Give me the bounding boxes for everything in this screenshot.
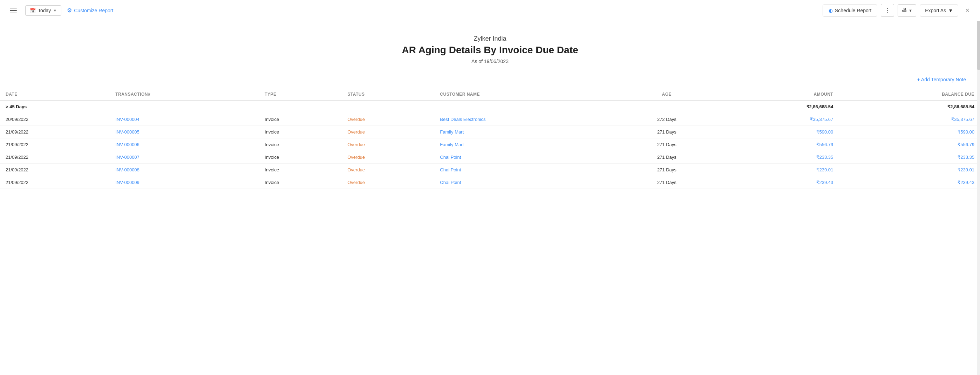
group-amount: ₹2,86,688.54	[716, 100, 839, 113]
cell-age: 271 Days	[617, 164, 716, 176]
group-label: > 45 Days	[0, 100, 716, 113]
cell-customer[interactable]: Family Mart	[434, 126, 617, 138]
schedule-report-label: Schedule Report	[835, 8, 871, 13]
col-date: DATE	[0, 88, 110, 100]
close-button[interactable]: ×	[962, 5, 973, 16]
print-chevron-icon: ▼	[908, 8, 912, 13]
print-button[interactable]: 🖶 ▼	[897, 4, 916, 17]
table-body: > 45 Days ₹2,86,688.54 ₹2,86,688.54 20/0…	[0, 100, 980, 189]
status-badge: Overdue	[347, 167, 365, 172]
cell-age: 271 Days	[617, 126, 716, 138]
scrollbar-track[interactable]	[977, 0, 980, 189]
cell-status: Overdue	[342, 151, 434, 164]
calendar-icon: 📅	[30, 8, 36, 13]
cell-transaction[interactable]: INV-000007	[110, 151, 259, 164]
table-header: DATE TRANSACTION# TYPE STATUS CUSTOMER N…	[0, 88, 980, 100]
add-note-label: + Add Temporary Note	[917, 77, 966, 83]
cell-customer[interactable]: Chai Point	[434, 164, 617, 176]
col-status: STATUS	[342, 88, 434, 100]
cell-balance-due: ₹233.35	[839, 151, 980, 164]
transaction-link[interactable]: INV-000008	[115, 167, 140, 172]
gear-icon: ⚙	[67, 7, 72, 14]
cell-transaction[interactable]: INV-000004	[110, 113, 259, 126]
amount-value: ₹233.35	[816, 154, 833, 160]
cell-customer[interactable]: Chai Point	[434, 176, 617, 189]
table-row: 21/09/2022 INV-000005 Invoice Overdue Fa…	[0, 126, 980, 138]
cell-amount: ₹35,375.67	[716, 113, 839, 126]
share-button[interactable]: ⋮	[881, 4, 894, 17]
cell-status: Overdue	[342, 176, 434, 189]
customer-link[interactable]: Best Deals Electronics	[440, 117, 485, 122]
cell-customer[interactable]: Family Mart	[434, 138, 617, 151]
cell-status: Overdue	[342, 138, 434, 151]
report-title: AR Aging Details By Invoice Due Date	[7, 44, 973, 56]
amount-value: ₹239.01	[816, 167, 833, 172]
cell-transaction[interactable]: INV-000005	[110, 126, 259, 138]
customer-link[interactable]: Family Mart	[440, 129, 464, 135]
cell-amount: ₹233.35	[716, 151, 839, 164]
cell-type: Invoice	[259, 176, 342, 189]
group-balance-due: ₹2,86,688.54	[839, 100, 980, 113]
customer-link[interactable]: Chai Point	[440, 167, 461, 172]
status-badge: Overdue	[347, 142, 365, 147]
amount-value: ₹556.79	[816, 142, 833, 147]
table-row: 20/09/2022 INV-000004 Invoice Overdue Be…	[0, 113, 980, 126]
status-badge: Overdue	[347, 129, 365, 135]
export-chevron-icon: ▼	[948, 8, 953, 13]
cell-transaction[interactable]: INV-000009	[110, 176, 259, 189]
balance-due-value: ₹556.79	[958, 142, 974, 147]
cell-amount: ₹239.01	[716, 164, 839, 176]
cell-amount: ₹590.00	[716, 126, 839, 138]
toolbar-right: ◐ Schedule Report ⋮ 🖶 ▼ Export As ▼ ×	[822, 4, 973, 17]
cell-balance-due: ₹239.01	[839, 164, 980, 176]
cell-age: 272 Days	[617, 113, 716, 126]
cell-age: 271 Days	[617, 176, 716, 189]
cell-type: Invoice	[259, 164, 342, 176]
cell-transaction[interactable]: INV-000006	[110, 138, 259, 151]
customer-link[interactable]: Family Mart	[440, 142, 464, 147]
transaction-link[interactable]: INV-000009	[115, 180, 140, 185]
printer-icon: 🖶	[902, 7, 907, 14]
status-badge: Overdue	[347, 180, 365, 185]
export-button[interactable]: Export As ▼	[920, 5, 958, 16]
clock-icon: ◐	[829, 8, 833, 13]
cell-customer[interactable]: Chai Point	[434, 151, 617, 164]
balance-due-value: ₹239.43	[958, 180, 974, 185]
report-header: Zylker India AR Aging Details By Invoice…	[0, 21, 980, 71]
cell-balance-due: ₹35,375.67	[839, 113, 980, 126]
transaction-link[interactable]: INV-000005	[115, 129, 140, 135]
transaction-link[interactable]: INV-000007	[115, 154, 140, 160]
transaction-link[interactable]: INV-000006	[115, 142, 140, 147]
chevron-down-icon: ▼	[53, 8, 57, 13]
customer-link[interactable]: Chai Point	[440, 180, 461, 185]
cell-status: Overdue	[342, 126, 434, 138]
cell-type: Invoice	[259, 151, 342, 164]
cell-transaction[interactable]: INV-000008	[110, 164, 259, 176]
cell-amount: ₹239.43	[716, 176, 839, 189]
schedule-report-button[interactable]: ◐ Schedule Report	[822, 5, 877, 16]
customer-link[interactable]: Chai Point	[440, 154, 461, 160]
table-row: 21/09/2022 INV-000008 Invoice Overdue Ch…	[0, 164, 980, 176]
cell-date: 21/09/2022	[0, 164, 110, 176]
close-icon: ×	[965, 6, 969, 14]
customize-report-link[interactable]: ⚙ Customize Report	[67, 7, 113, 14]
cell-date: 21/09/2022	[0, 126, 110, 138]
cell-status: Overdue	[342, 164, 434, 176]
menu-button[interactable]	[7, 4, 20, 17]
amount-value: ₹590.00	[816, 129, 833, 135]
transaction-link[interactable]: INV-000004	[115, 117, 140, 122]
report-as-of-date: As of 19/06/2023	[7, 59, 973, 64]
cell-customer[interactable]: Best Deals Electronics	[434, 113, 617, 126]
col-type: TYPE	[259, 88, 342, 100]
cell-type: Invoice	[259, 126, 342, 138]
cell-status: Overdue	[342, 113, 434, 126]
table-row: 21/09/2022 INV-000006 Invoice Overdue Fa…	[0, 138, 980, 151]
cell-amount: ₹556.79	[716, 138, 839, 151]
cell-balance-due: ₹239.43	[839, 176, 980, 189]
toolbar: 📅 Today ▼ ⚙ Customize Report ◐ Schedule …	[0, 0, 980, 21]
col-age: AGE	[617, 88, 716, 100]
cell-date: 20/09/2022	[0, 113, 110, 126]
date-selector[interactable]: 📅 Today ▼	[25, 5, 61, 16]
balance-due-value: ₹233.35	[958, 154, 974, 160]
add-temporary-note-button[interactable]: + Add Temporary Note	[917, 77, 966, 83]
